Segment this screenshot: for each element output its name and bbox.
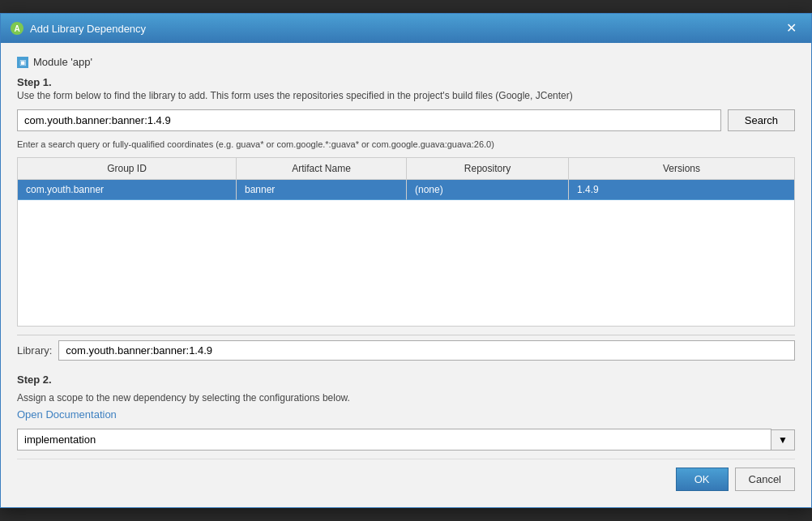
module-icon: ▣ — [17, 57, 28, 68]
step1-title: Step 1. — [17, 76, 795, 88]
col-repository: Repository — [407, 158, 569, 179]
step2-description: Assign a scope to the new dependency by … — [17, 392, 795, 404]
module-name: Module 'app' — [33, 56, 92, 68]
add-library-dialog: A Add Library Dependency ✕ ▣ Module 'app… — [0, 13, 812, 508]
col-versions: Versions — [569, 158, 794, 179]
buttons-row: OK Cancel — [17, 459, 795, 494]
close-button[interactable]: ✕ — [781, 20, 801, 36]
cell-artifact-name: banner — [237, 180, 407, 200]
scope-row: ▼ — [17, 429, 795, 451]
open-documentation-link[interactable]: Open Documentation — [17, 408, 795, 421]
title-bar-left: A Add Library Dependency — [11, 22, 146, 35]
title-bar: A Add Library Dependency ✕ — [1, 14, 811, 43]
cell-versions: 1.4.9 — [569, 180, 794, 200]
dialog-body: ▣ Module 'app' Step 1. Use the form belo… — [1, 43, 811, 507]
search-hint: Enter a search query or fully-qualified … — [17, 139, 795, 149]
col-artifact-name: Artifact Name — [237, 158, 407, 179]
ok-button[interactable]: OK — [676, 468, 729, 491]
table-body: com.youth.banner banner (none) 1.4.9 — [18, 180, 794, 326]
library-label: Library: — [17, 344, 52, 357]
step2-title: Step 2. — [17, 374, 795, 386]
step1-description: Use the form below to find the library t… — [17, 90, 795, 101]
col-group-id: Group ID — [18, 158, 237, 179]
scope-dropdown-button[interactable]: ▼ — [771, 429, 795, 451]
cell-repository: (none) — [407, 180, 569, 200]
step2-section: Step 2. Assign a scope to the new depend… — [17, 374, 795, 421]
module-label: ▣ Module 'app' — [17, 56, 795, 68]
step1-section: Step 1. Use the form below to find the l… — [17, 76, 795, 101]
results-table: Group ID Artifact Name Repository Versio… — [17, 157, 795, 327]
cell-group-id: com.youth.banner — [18, 180, 237, 200]
table-header: Group ID Artifact Name Repository Versio… — [18, 158, 794, 180]
search-row: Search — [17, 109, 795, 131]
search-button[interactable]: Search — [728, 109, 795, 131]
library-value-input[interactable] — [58, 340, 795, 361]
dialog-title: Add Library Dependency — [30, 23, 146, 35]
table-row[interactable]: com.youth.banner banner (none) 1.4.9 — [18, 180, 794, 200]
search-input[interactable] — [17, 109, 721, 131]
cancel-button[interactable]: Cancel — [735, 468, 795, 491]
library-row: Library: — [17, 335, 795, 365]
scope-input[interactable] — [17, 429, 771, 451]
dialog-icon: A — [11, 22, 24, 35]
